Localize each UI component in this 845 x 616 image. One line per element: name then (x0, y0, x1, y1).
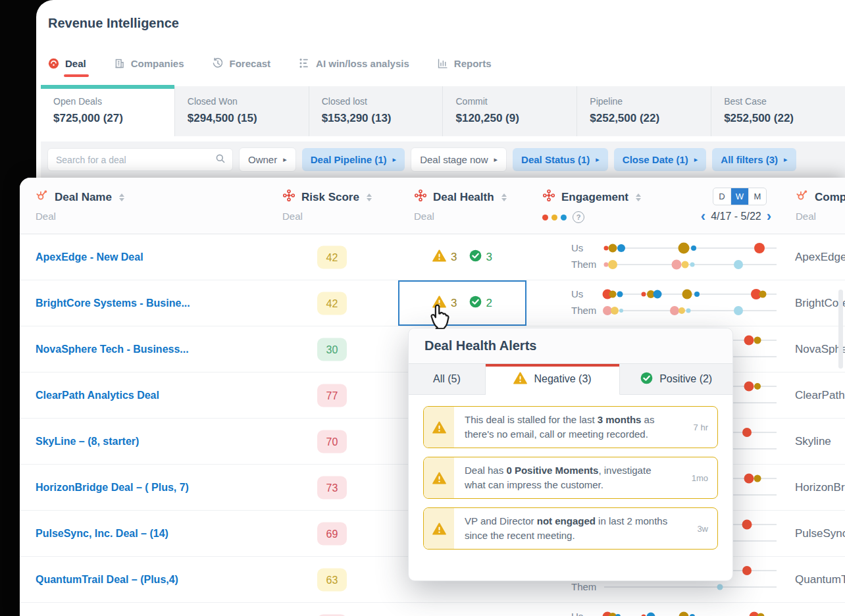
search-input[interactable] (55, 154, 215, 166)
summary-card-closed-won[interactable]: Closed Won$294,500 (15) (175, 86, 309, 136)
engagement-track (604, 586, 777, 588)
summary-card-closed-lost[interactable]: Closed lost$153,290 (13) (309, 86, 444, 136)
engagement-dot (682, 261, 689, 269)
period-option-d[interactable]: D (713, 188, 731, 205)
card-value: $252,500 (22) (724, 112, 845, 125)
deal-name-link[interactable]: HorizonBridge Deal – ( Plus, 7) (36, 482, 189, 494)
summary-card-open-deals[interactable]: Open Deals$725,000 (27) (41, 86, 175, 136)
risk-score-badge: 69 (317, 522, 347, 545)
legend-dot (542, 215, 548, 220)
legend-dot (561, 215, 567, 220)
sort-icon[interactable] (636, 193, 641, 201)
deal-name-link[interactable]: NovaSphere Tech - Business... (36, 344, 189, 355)
chip-label: Close Date (1) (623, 154, 688, 165)
period-option-m[interactable]: M (749, 188, 766, 205)
tab-ai-win-loss-analysis[interactable]: AI win/loss analysis (298, 57, 409, 69)
tab-label: Deal (65, 58, 86, 69)
deal-name-link[interactable]: ApexEdge - New Deal (36, 251, 143, 263)
page-title: Revenue Intelligence (48, 16, 179, 31)
popup-tab-negative-3-[interactable]: Negative (3) (486, 364, 621, 395)
deal-name-link[interactable]: SkyLine – (8, starter) (36, 436, 139, 448)
engagement-timeline-us: Us (538, 242, 780, 255)
forecast-icon (212, 57, 224, 69)
tab-companies[interactable]: Companies (114, 58, 184, 69)
prev-period-icon[interactable]: ‹ (701, 211, 705, 222)
engagement-dot (694, 292, 700, 297)
hubspot-sprocket-icon (36, 189, 49, 205)
table-row: BrightCore Systems - Busine...4232UsThem… (20, 280, 845, 326)
filter-chip-deal-status-1-[interactable]: Deal Status (1)▸ (513, 148, 608, 171)
popup-tab-positive-2-[interactable]: Positive (2) (620, 364, 732, 395)
filter-chip-all-filters-3-[interactable]: All filters (3)▸ (712, 148, 796, 171)
alert-text: VP and Director not engaged in last 2 mo… (454, 508, 673, 549)
popup-tab-all-5-[interactable]: All (5) (409, 364, 486, 395)
scrollbar-thumb[interactable] (838, 290, 843, 369)
period-option-w[interactable]: W (731, 188, 749, 205)
engagement-dot (642, 292, 646, 297)
app-module-icon (282, 189, 295, 205)
engagement-dot (603, 246, 608, 251)
tab-label: Companies (131, 58, 184, 69)
sort-icon[interactable] (501, 193, 507, 201)
positive-alerts[interactable]: 3 (469, 249, 492, 265)
deal-name-link[interactable]: BrightCore Systems - Busine... (36, 297, 190, 309)
deal-health-cell[interactable] (398, 603, 526, 616)
engagement-dot (742, 520, 752, 530)
deal-name-link[interactable]: QuantumTrail Deal – (Plus,4) (36, 574, 178, 586)
engagement-label: Them (571, 259, 596, 270)
engagement-track (604, 294, 777, 295)
sort-up-icon (119, 193, 124, 197)
column-title: Comp (796, 189, 845, 205)
column-title-label: Deal Name (55, 191, 112, 204)
filter-bar: Owner▸Deal Pipeline (1)▸Deal stage now▸D… (41, 141, 845, 178)
engagement-cell[interactable]: UsThem (538, 234, 780, 280)
engagement-dot (690, 263, 694, 267)
popup-tabs: All (5)Negative (3)Positive (2) (409, 364, 732, 395)
popup-tab-label: Negative (3) (534, 373, 591, 385)
deal-health-cell[interactable]: 33 (398, 234, 526, 280)
column-title-label: Risk Score (301, 191, 359, 204)
search-field[interactable] (47, 148, 233, 171)
alert-card: Deal has 0 Positive Moments, investigate… (423, 457, 718, 499)
sort-down-icon (636, 198, 641, 201)
negative-alerts[interactable]: 3 (432, 249, 457, 265)
tab-forecast[interactable]: Forecast (212, 57, 271, 69)
engagement-dot (611, 307, 619, 315)
column-title: Deal Name (36, 189, 267, 205)
engagement-dot (679, 307, 685, 314)
engagement-dot (742, 428, 752, 437)
filter-chip-deal-pipeline-1-[interactable]: Deal Pipeline (1)▸ (302, 148, 405, 171)
help-icon[interactable]: ? (573, 211, 584, 223)
sort-icon[interactable] (119, 193, 124, 201)
filter-chip-close-date-1-[interactable]: Close Date (1)▸ (614, 148, 707, 171)
column-title: Risk Score (282, 189, 398, 205)
tab-reports[interactable]: Reports (437, 58, 492, 69)
summary-card-best-case[interactable]: Best Case$252,500 (22) (711, 86, 845, 136)
period-toggle[interactable]: DWM (713, 188, 767, 205)
engagement-cell[interactable]: UsThem (538, 280, 780, 326)
filter-chip-deal-stage-now[interactable]: Deal stage now▸ (411, 147, 507, 172)
next-period-icon[interactable]: › (767, 211, 771, 222)
tab-label: AI win/loss analysis (316, 58, 409, 69)
card-value: $153,290 (13) (322, 112, 443, 125)
sort-icon[interactable] (367, 193, 372, 201)
summary-card-pipeline[interactable]: Pipeline$252,500 (22) (577, 86, 711, 136)
chevron-right-icon: ▸ (784, 155, 788, 164)
tab-deal[interactable]: Deal (48, 58, 86, 69)
filter-chip-owner[interactable]: Owner▸ (239, 147, 296, 172)
engagement-dot (603, 263, 608, 267)
alert-card: This deal is stalled for the last 3 mont… (423, 406, 718, 448)
summary-card-commit[interactable]: Commit$120,250 (9) (443, 86, 577, 136)
engagement-dot (754, 243, 765, 253)
engagement-label: Them (571, 305, 596, 316)
deal-name-link[interactable]: PulseSync, Inc. Deal – (14) (36, 528, 168, 540)
tab-label: Reports (454, 58, 492, 69)
engagement-label: Us (571, 288, 583, 299)
engagement-cell[interactable]: UsThem (538, 603, 780, 616)
engagement-dot (672, 260, 682, 270)
deal-name-link[interactable]: ClearPath Analytics Deal (36, 390, 159, 401)
deal-health-alerts-popup: Deal Health Alerts All (5)Negative (3)Po… (408, 328, 733, 581)
engagement-dot (759, 291, 767, 298)
engagement-dot (608, 260, 617, 269)
sort-down-icon (501, 198, 507, 201)
